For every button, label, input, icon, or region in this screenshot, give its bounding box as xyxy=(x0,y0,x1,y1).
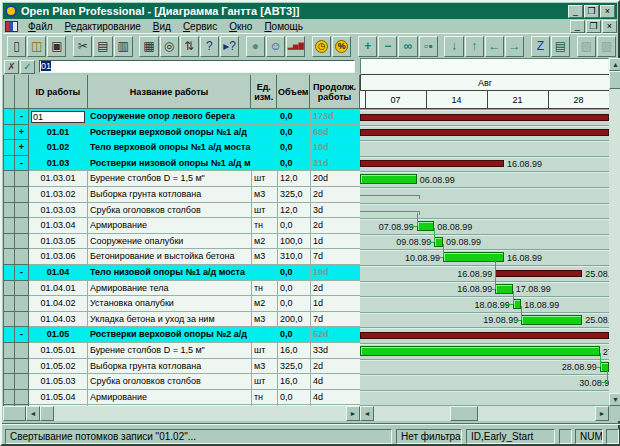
cell-duration[interactable]: 2d xyxy=(311,359,360,375)
summary-bar[interactable] xyxy=(360,160,504,167)
add-button[interactable]: + xyxy=(358,36,377,57)
table-row[interactable]: 01.03.05Сооружение опалубким2100,01d xyxy=(4,234,360,250)
cell-id[interactable]: 01.05.03 xyxy=(29,374,88,390)
cell-duration[interactable]: 2d xyxy=(311,218,360,234)
cell-id[interactable]: 01.04.03 xyxy=(29,312,88,328)
cell-id[interactable]: 01.04 xyxy=(29,265,88,281)
cell-volume[interactable]: 12,0 xyxy=(278,171,311,187)
open-file-button[interactable]: ◫ xyxy=(27,36,46,57)
menu-файл[interactable]: Файл xyxy=(22,20,59,33)
task-bar[interactable] xyxy=(513,299,522,309)
cell-name[interactable]: Сооружение опалубки xyxy=(88,234,252,250)
row-grip[interactable] xyxy=(4,327,15,343)
resources-button[interactable]: ☺ xyxy=(266,36,285,57)
vertical-scrollbar[interactable]: ▲ ▼ xyxy=(609,58,620,406)
cell-volume[interactable]: 0,0 xyxy=(278,327,311,343)
cell-id[interactable]: 01.03.06 xyxy=(29,249,88,265)
cell-unit[interactable]: м3 xyxy=(252,249,278,265)
row-grip[interactable] xyxy=(4,203,15,219)
zigzag-view-button[interactable]: Z xyxy=(531,36,550,57)
cell-name[interactable]: Ростверки верховой опоры №2 а/д xyxy=(88,327,252,343)
new-file-button[interactable]: ▯ xyxy=(7,36,26,57)
print-preview-button[interactable]: ◎ xyxy=(160,36,179,57)
cell-volume[interactable]: 325,0 xyxy=(278,187,311,203)
move-right-button[interactable]: → xyxy=(505,36,524,57)
cell-volume[interactable]: 0,0 xyxy=(278,390,311,406)
cell-id[interactable]: 01.03.04 xyxy=(29,218,88,234)
row-grip[interactable] xyxy=(4,234,15,250)
save-button[interactable]: ▣ xyxy=(47,36,66,57)
menu-вид[interactable]: Вид xyxy=(147,20,177,33)
app-icon[interactable] xyxy=(5,5,17,17)
row-grip[interactable] xyxy=(4,359,15,375)
cell-id[interactable]: 01.03.01 xyxy=(29,171,88,187)
cell-volume[interactable]: 100,0 xyxy=(278,234,311,250)
menu-помощь[interactable]: Помощь xyxy=(258,20,309,33)
chart-horizontal-scrollbar[interactable]: ◄ ► xyxy=(360,406,609,421)
cell-duration[interactable]: 2d xyxy=(311,187,360,203)
cell-duration[interactable]: 68d xyxy=(311,125,360,141)
cell-duration[interactable]: 1d xyxy=(311,296,360,312)
cell-id[interactable]: 01.03.03 xyxy=(29,203,88,219)
cell-unit[interactable]: шт xyxy=(252,343,278,359)
table-row[interactable]: 01.03.03Срубка оголовков столбовшт12,03d xyxy=(4,203,360,219)
table-row[interactable]: 01.04.01Армирование телатн0,02d xyxy=(4,281,360,297)
copy-button[interactable]: ▤ xyxy=(93,36,112,57)
vertical-scroll-thumb[interactable] xyxy=(609,71,620,89)
collapse-toggle[interactable]: - xyxy=(15,156,29,172)
row-grip[interactable] xyxy=(4,140,15,156)
scroll-down-button[interactable]: ▼ xyxy=(609,393,620,406)
collapse-toggle[interactable]: + xyxy=(15,125,29,141)
row-grip[interactable] xyxy=(4,109,15,125)
task-bar[interactable] xyxy=(417,221,434,231)
print-button[interactable]: ▦ xyxy=(139,36,158,57)
task-bar[interactable] xyxy=(495,284,512,294)
cell-duration[interactable]: 7d xyxy=(311,312,360,328)
table-scroll-left-button[interactable]: ◄ xyxy=(26,406,40,421)
table-row[interactable]: -01.04Тело низовой опоры №1 а/д моста0,0… xyxy=(4,265,360,281)
cell-unit[interactable] xyxy=(252,140,278,156)
cell-name[interactable]: Срубка оголовков столбов xyxy=(88,203,252,219)
cell-unit[interactable] xyxy=(252,327,278,343)
row-grip[interactable] xyxy=(4,390,15,406)
cell-duration[interactable]: 52d xyxy=(311,327,360,343)
task-bar[interactable] xyxy=(434,237,443,247)
mdi-minimize-button[interactable]: _ xyxy=(570,20,585,33)
cell-duration[interactable]: 173d xyxy=(311,109,360,125)
cell-duration[interactable]: 33d xyxy=(311,343,360,359)
collapse-toggle[interactable]: - xyxy=(15,265,29,281)
cell-id[interactable]: 01 xyxy=(29,109,88,125)
summary-bar[interactable] xyxy=(360,332,609,339)
collapse-toggle[interactable]: - xyxy=(15,327,29,343)
task-bar[interactable] xyxy=(360,346,600,356)
move-down-button[interactable]: ↓ xyxy=(444,36,463,57)
row-grip[interactable] xyxy=(4,125,15,141)
cell-duration[interactable]: 10d xyxy=(311,265,360,281)
table-scroll-right-button[interactable]: ► xyxy=(346,406,360,421)
cell-unit[interactable]: м3 xyxy=(252,359,278,375)
cell-unit[interactable]: тн xyxy=(252,390,278,406)
row-grip[interactable] xyxy=(4,156,15,172)
table-row[interactable]: +01.01Ростверки верховой опоры №1 а/д0,0… xyxy=(4,125,360,141)
cell-id[interactable]: 01.03 xyxy=(29,156,88,172)
cell-name[interactable]: Тело низовой опоры №1 а/д моста xyxy=(88,265,252,281)
menu-сервис[interactable]: Сервис xyxy=(177,20,223,33)
cell-duration[interactable]: 2d xyxy=(311,281,360,297)
mdi-document-icon[interactable] xyxy=(5,21,18,32)
timescale-button[interactable]: ● xyxy=(246,36,265,57)
restore-button[interactable]: ❐ xyxy=(584,5,599,18)
row-grip[interactable] xyxy=(4,374,15,390)
collapse-toggle[interactable]: - xyxy=(15,109,29,125)
cell-name[interactable]: Выборка грунта котлована xyxy=(88,187,252,203)
cell-volume[interactable]: 16,0 xyxy=(278,343,311,359)
outline-button[interactable]: ▫▪ xyxy=(419,36,438,57)
chart-scroll-left-button[interactable]: ◄ xyxy=(360,406,374,421)
row-grip[interactable] xyxy=(4,187,15,203)
paste-button[interactable]: ▥ xyxy=(114,36,133,57)
cell-volume[interactable]: 16,0 xyxy=(278,374,311,390)
menu-окно[interactable]: Окно xyxy=(223,20,258,33)
cell-id[interactable]: 01.05.04 xyxy=(29,390,88,406)
cell-name[interactable]: Сооружение опор левого берега xyxy=(88,109,252,125)
time-status-button[interactable]: ◷ xyxy=(312,36,331,57)
cell-duration[interactable]: 7d xyxy=(311,249,360,265)
